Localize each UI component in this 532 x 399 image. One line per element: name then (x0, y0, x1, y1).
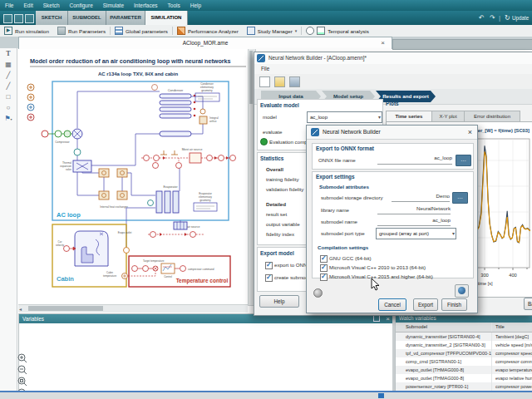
subcooler-tube[interactable] (160, 131, 191, 136)
finish-button[interactable]: Finish (441, 298, 467, 311)
table-row[interactable]: evapo_outlet [THMAG000-8]evapo relative … (396, 374, 532, 382)
open-icon[interactable] (274, 76, 285, 87)
menu-interfaces[interactable]: Interfaces (129, 2, 163, 8)
maximize-panel-icon[interactable] (373, 315, 380, 322)
menu-sketch[interactable]: Sketch (38, 2, 65, 8)
save-file-icon[interactable] (25, 14, 34, 23)
step-results-export[interactable]: Results and export (376, 91, 436, 102)
control-chain[interactable] (132, 264, 186, 273)
temporal-analysis-button[interactable]: Temporal analysis (302, 25, 373, 37)
zoom-fit-icon[interactable] (18, 377, 27, 386)
new-icon[interactable] (259, 76, 270, 87)
menu-edit[interactable]: Edit (18, 2, 37, 8)
txv-component[interactable] (73, 160, 91, 172)
nn-window-titlebar[interactable]: Neural Network Builder - [ACloop.amenn]* (254, 52, 532, 65)
export-onnx-checkbox[interactable]: ✓ (265, 262, 273, 269)
submodel-icon[interactable] (455, 284, 469, 298)
ihx-label: Internal heat exchanger (100, 205, 128, 209)
cancel-button[interactable]: Cancel (378, 298, 406, 311)
moist-air-source2[interactable] (148, 222, 204, 238)
save-icon[interactable] (289, 76, 300, 87)
menu-simulate[interactable]: Simulate (98, 2, 129, 8)
submodel-name-field[interactable]: ac_loop (377, 217, 451, 226)
menu-file[interactable]: File (0, 2, 18, 8)
cabin-temperature-sensor[interactable] (122, 273, 128, 279)
ihx-component[interactable] (99, 169, 127, 200)
undo-icon[interactable]: ↶ (479, 11, 485, 25)
nn-export-dialog: Neural Network Builder × Export to ONNX … (306, 125, 478, 313)
zoom-in-icon[interactable] (18, 354, 27, 362)
browse-directory-button[interactable]: … (452, 192, 468, 204)
back-button[interactable]: Back (524, 298, 532, 310)
evapo-outlet-port[interactable] (124, 248, 130, 254)
moist-air-components[interactable] (144, 150, 236, 169)
chevron-down-icon: ▾ (452, 229, 455, 239)
sketch-canvas[interactable]: Model order reduction of an air conditio… (18, 48, 248, 304)
port-icons[interactable] (27, 84, 34, 121)
cabin-component[interactable] (75, 231, 108, 266)
table-row[interactable]: comp_cmd [SIGTRAN00-1]compressor command (396, 357, 532, 366)
menu-configure[interactable]: Configure (65, 2, 98, 8)
table-row[interactable]: dynamic_transmitter [SIGTRAN00-4]Tambien… (396, 332, 532, 341)
car-velocity-port[interactable] (64, 246, 70, 252)
update-refresh-icon[interactable]: ↻ (505, 11, 510, 25)
ellipse-tool-icon[interactable]: ○ (0, 102, 17, 113)
table-row[interactable]: evapo_outlet [THMAG000-8]evapo temperatu… (396, 366, 532, 374)
text-tool-icon[interactable]: T (0, 48, 17, 59)
help-button[interactable]: Help (259, 295, 299, 308)
create-submodel-checkbox[interactable]: ✓ (265, 274, 273, 282)
run-simulation-button[interactable]: ▶ Run simulation (0, 25, 53, 37)
redo-icon[interactable]: ↷ (490, 11, 495, 25)
menu-tools[interactable]: Tools (163, 2, 185, 8)
msvc-2010-checkbox[interactable]: ✓ (320, 264, 328, 272)
evaporator-component[interactable] (148, 191, 180, 213)
global-parameters-button[interactable]: Global parameters (111, 25, 172, 37)
tab-submodel[interactable]: SUBMODEL (68, 11, 106, 25)
table-row[interactable]: powersensor_rotary [PTR00-1]compressor p… (396, 382, 532, 391)
performance-analyzer-button[interactable]: Performance Analyzer (173, 25, 243, 37)
line-tool-icon[interactable]: ╱ (0, 70, 17, 81)
zoom-out-icon[interactable] (18, 366, 27, 374)
open-file-icon[interactable] (14, 14, 23, 23)
table-row[interactable]: dynamic_transmitter_2 [SIGTRAN00-3]vehic… (396, 341, 532, 349)
document-tab[interactable]: ACloop_MOR.ame × (18, 37, 392, 49)
polyline-tool-icon[interactable]: ╱ (0, 81, 17, 91)
table-row[interactable]: tpf_vd_compressor [TPFPUCOMPVD00-1]compr… (396, 349, 532, 357)
port-type-select[interactable]: grouped (array at port) ▾ (376, 228, 456, 239)
nn-menu-file[interactable]: File (261, 66, 269, 71)
column-submodel[interactable]: Submodel (396, 323, 492, 332)
canvas-horizontal-scrollbar[interactable]: ◂ (18, 304, 248, 313)
new-file-icon[interactable] (3, 14, 12, 23)
global-parameters-icon (115, 27, 123, 35)
tab-simulation[interactable]: SIMULATION (145, 11, 188, 25)
storage-directory-field[interactable]: Demo (392, 193, 450, 202)
flag-tool-icon[interactable]: ⚑▾ (0, 113, 17, 124)
column-title[interactable]: Title (492, 323, 532, 332)
condenser-data-box[interactable] (195, 93, 219, 101)
run-parameters-button[interactable]: Run Parameters (53, 25, 110, 37)
rectangle-tool-icon[interactable]: □ (0, 91, 17, 102)
update-button[interactable]: Update (512, 11, 529, 25)
integral-orifice-component[interactable] (200, 109, 207, 124)
export-button[interactable]: Export (413, 298, 438, 311)
msvc-2015-checkbox[interactable]: ✓ (320, 273, 328, 281)
gnu-gcc-checkbox[interactable]: ✓ (320, 255, 328, 263)
sensor-component[interactable] (74, 149, 81, 155)
close-tab-icon[interactable]: × (381, 37, 385, 49)
close-dialog-icon[interactable]: × (468, 126, 472, 139)
study-manager-button[interactable]: Study Manager ▾ (243, 25, 301, 37)
image-tool-icon[interactable]: ▦ (0, 59, 17, 70)
scroll-left-icon[interactable]: ◂ (19, 306, 22, 312)
menu-help[interactable]: Help (185, 2, 206, 8)
compressor-component[interactable] (42, 129, 82, 139)
library-name-field[interactable]: NeuralNetwork (377, 205, 451, 214)
model-select[interactable]: ac_loop ▾ (307, 111, 382, 123)
tab-parameter[interactable]: PARAMETER (106, 11, 145, 25)
tab-sketch[interactable]: SKETCH (36, 11, 68, 25)
evaporator-data-box[interactable] (194, 203, 217, 211)
notification-icon[interactable] (378, 393, 384, 398)
dialog-titlebar[interactable]: Neural Network Builder × (307, 126, 477, 140)
browse-onnx-button[interactable]: … (456, 155, 471, 166)
chevron-down-icon: ▾ (295, 28, 298, 33)
onnx-file-field[interactable]: ac_loop (377, 155, 452, 165)
